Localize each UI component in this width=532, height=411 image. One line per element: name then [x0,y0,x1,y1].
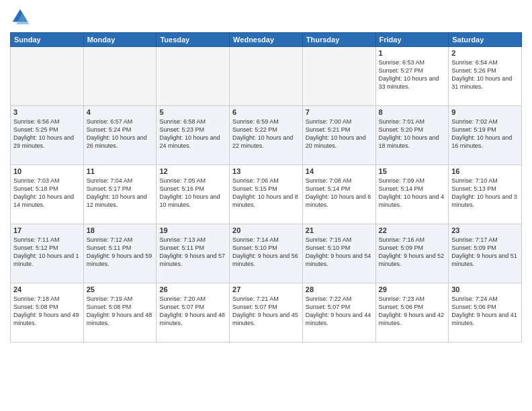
page: SundayMondayTuesdayWednesdayThursdayFrid… [0,0,532,411]
day-info: Sunrise: 7:14 AMSunset: 5:10 PMDaylight:… [232,236,300,269]
day-cell: 17Sunrise: 7:11 AMSunset: 5:12 PMDayligh… [11,224,84,283]
day-info: Sunrise: 7:20 AMSunset: 5:07 PMDaylight:… [159,295,226,328]
day-number: 2 [451,49,519,57]
logo [10,7,33,27]
day-number: 26 [159,285,226,293]
day-info: Sunrise: 7:00 AMSunset: 5:21 PMDaylight:… [306,118,373,150]
day-cell: 26Sunrise: 7:20 AMSunset: 5:07 PMDayligh… [157,283,230,342]
day-number: 12 [159,167,226,175]
day-cell: 25Sunrise: 7:19 AMSunset: 5:08 PMDayligh… [83,283,157,342]
day-cell: 20Sunrise: 7:14 AMSunset: 5:10 PMDayligh… [230,224,303,283]
day-cell [11,47,84,106]
day-number: 3 [13,108,81,116]
weekday-header-monday: Monday [83,33,157,47]
day-cell: 21Sunrise: 7:15 AMSunset: 5:10 PMDayligh… [302,224,375,283]
day-info: Sunrise: 7:13 AMSunset: 5:11 PMDaylight:… [159,236,226,269]
weekday-header-wednesday: Wednesday [230,33,303,47]
day-info: Sunrise: 6:59 AMSunset: 5:22 PMDaylight:… [232,118,300,150]
day-number: 19 [159,226,226,234]
day-cell [302,47,375,106]
day-cell: 13Sunrise: 7:06 AMSunset: 5:15 PMDayligh… [230,165,303,224]
day-info: Sunrise: 7:01 AMSunset: 5:20 PMDaylight:… [379,118,446,150]
day-cell: 9Sunrise: 7:02 AMSunset: 5:19 PMDaylight… [449,106,522,165]
day-info: Sunrise: 7:15 AMSunset: 5:10 PMDaylight:… [306,236,373,269]
day-cell: 11Sunrise: 7:04 AMSunset: 5:17 PMDayligh… [83,165,157,224]
day-info: Sunrise: 7:03 AMSunset: 5:18 PMDaylight:… [13,177,81,210]
day-number: 6 [232,108,300,116]
day-info: Sunrise: 7:05 AMSunset: 5:16 PMDaylight:… [159,177,226,210]
day-cell [83,47,157,106]
week-row-4: 17Sunrise: 7:11 AMSunset: 5:12 PMDayligh… [11,224,522,283]
day-cell: 12Sunrise: 7:05 AMSunset: 5:16 PMDayligh… [157,165,230,224]
day-cell [157,47,230,106]
day-number: 22 [379,226,446,234]
day-info: Sunrise: 7:24 AMSunset: 5:06 PMDaylight:… [451,295,519,328]
day-number: 5 [159,108,226,116]
day-cell: 4Sunrise: 6:57 AMSunset: 5:24 PMDaylight… [83,106,157,165]
day-number: 10 [13,167,81,175]
header [10,7,522,27]
day-cell: 30Sunrise: 7:24 AMSunset: 5:06 PMDayligh… [449,283,522,342]
day-info: Sunrise: 6:53 AMSunset: 5:27 PMDaylight:… [379,58,446,91]
day-cell: 28Sunrise: 7:22 AMSunset: 5:07 PMDayligh… [302,283,375,342]
day-cell: 29Sunrise: 7:23 AMSunset: 5:06 PMDayligh… [375,283,449,342]
day-cell: 15Sunrise: 7:09 AMSunset: 5:14 PMDayligh… [375,165,449,224]
day-info: Sunrise: 7:17 AMSunset: 5:09 PMDaylight:… [451,236,519,269]
day-number: 28 [306,285,373,293]
day-info: Sunrise: 6:56 AMSunset: 5:25 PMDaylight:… [13,118,81,150]
day-info: Sunrise: 7:02 AMSunset: 5:19 PMDaylight:… [451,118,519,150]
day-number: 8 [379,108,446,116]
week-row-5: 24Sunrise: 7:18 AMSunset: 5:08 PMDayligh… [11,283,522,342]
day-cell: 24Sunrise: 7:18 AMSunset: 5:08 PMDayligh… [11,283,84,342]
weekday-header-row: SundayMondayTuesdayWednesdayThursdayFrid… [11,33,522,47]
day-cell: 10Sunrise: 7:03 AMSunset: 5:18 PMDayligh… [11,165,84,224]
day-number: 18 [87,226,154,234]
day-cell: 22Sunrise: 7:16 AMSunset: 5:09 PMDayligh… [375,224,449,283]
logo-icon [10,7,30,27]
day-info: Sunrise: 7:04 AMSunset: 5:17 PMDaylight:… [87,177,154,210]
day-cell: 23Sunrise: 7:17 AMSunset: 5:09 PMDayligh… [449,224,522,283]
day-info: Sunrise: 6:58 AMSunset: 5:23 PMDaylight:… [159,118,226,150]
day-number: 17 [13,226,81,234]
day-cell: 6Sunrise: 6:59 AMSunset: 5:22 PMDaylight… [230,106,303,165]
day-cell [230,47,303,106]
day-number: 29 [379,285,446,293]
day-cell: 3Sunrise: 6:56 AMSunset: 5:25 PMDaylight… [11,106,84,165]
week-row-1: 1Sunrise: 6:53 AMSunset: 5:27 PMDaylight… [11,47,522,106]
day-info: Sunrise: 7:23 AMSunset: 5:06 PMDaylight:… [379,295,446,328]
day-number: 27 [232,285,300,293]
weekday-header-tuesday: Tuesday [157,33,230,47]
day-number: 7 [306,108,373,116]
day-number: 9 [451,108,519,116]
day-info: Sunrise: 7:19 AMSunset: 5:08 PMDaylight:… [87,295,154,328]
day-cell: 14Sunrise: 7:08 AMSunset: 5:14 PMDayligh… [302,165,375,224]
day-number: 16 [451,167,519,175]
day-number: 14 [306,167,373,175]
week-row-3: 10Sunrise: 7:03 AMSunset: 5:18 PMDayligh… [11,165,522,224]
day-number: 23 [451,226,519,234]
day-info: Sunrise: 7:06 AMSunset: 5:15 PMDaylight:… [232,177,300,210]
day-info: Sunrise: 6:57 AMSunset: 5:24 PMDaylight:… [87,118,154,150]
weekday-header-sunday: Sunday [11,33,84,47]
day-cell: 16Sunrise: 7:10 AMSunset: 5:13 PMDayligh… [449,165,522,224]
day-cell: 5Sunrise: 6:58 AMSunset: 5:23 PMDaylight… [157,106,230,165]
day-cell: 8Sunrise: 7:01 AMSunset: 5:20 PMDaylight… [375,106,449,165]
day-info: Sunrise: 7:22 AMSunset: 5:07 PMDaylight:… [306,295,373,328]
day-number: 25 [87,285,154,293]
week-row-2: 3Sunrise: 6:56 AMSunset: 5:25 PMDaylight… [11,106,522,165]
day-info: Sunrise: 7:12 AMSunset: 5:11 PMDaylight:… [87,236,154,269]
day-info: Sunrise: 7:10 AMSunset: 5:13 PMDaylight:… [451,177,519,210]
day-number: 1 [379,49,446,57]
day-number: 15 [379,167,446,175]
day-number: 4 [87,108,154,116]
day-number: 24 [13,285,81,293]
day-number: 13 [232,167,300,175]
day-number: 21 [306,226,373,234]
day-info: Sunrise: 7:09 AMSunset: 5:14 PMDaylight:… [379,177,446,210]
day-cell: 27Sunrise: 7:21 AMSunset: 5:07 PMDayligh… [230,283,303,342]
weekday-header-saturday: Saturday [449,33,522,47]
calendar: SundayMondayTuesdayWednesdayThursdayFrid… [10,32,522,342]
weekday-header-friday: Friday [375,33,449,47]
day-number: 30 [451,285,519,293]
day-info: Sunrise: 7:08 AMSunset: 5:14 PMDaylight:… [306,177,373,210]
